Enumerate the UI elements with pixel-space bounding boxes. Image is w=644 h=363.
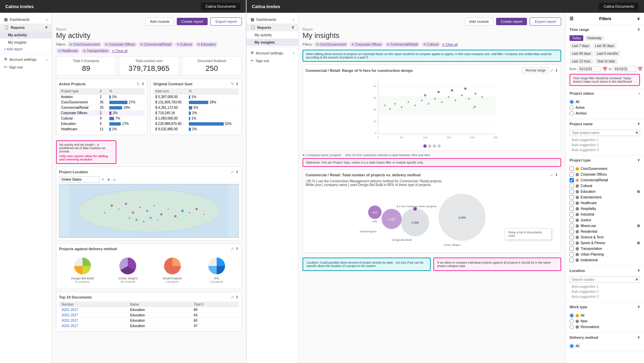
filter-tag-commercial[interactable]: ✕ Commercial/Retail bbox=[138, 42, 173, 47]
filter-type-transportation[interactable]: Transportation bbox=[570, 246, 640, 252]
normal-range-button[interactable]: Normal range bbox=[522, 67, 549, 73]
filter-projectname-header[interactable]: Project name ∨ bbox=[566, 119, 644, 128]
date-to-input[interactable] bbox=[613, 66, 636, 72]
right-clear-all[interactable]: ✕ Clear all bbox=[442, 43, 458, 46]
filter-location-suggestion2[interactable]: Auto-suggestion 2 bbox=[570, 289, 640, 294]
filter-worktype-renovations[interactable]: Renovations bbox=[570, 324, 640, 330]
filter-type-mixeduse[interactable]: Mixed-use ⊞ bbox=[570, 223, 640, 229]
filter-location-header[interactable]: Location ∨ bbox=[566, 266, 644, 275]
filter-type-healthcare[interactable]: Healthcare bbox=[570, 200, 640, 206]
education-grid-icon[interactable]: ⊞ bbox=[637, 189, 640, 194]
right-filter-commercial[interactable]: ✕ Commercial/Retail bbox=[385, 42, 420, 47]
right-filter-corporate[interactable]: ✕ Corporate Offices bbox=[350, 42, 383, 47]
filter-worktype-all[interactable]: All bbox=[570, 313, 640, 318]
map-expand-icon[interactable]: ⤢ bbox=[231, 170, 234, 174]
scatter-dot-1[interactable] bbox=[423, 144, 427, 148]
filter-type-scitech[interactable]: Science & Tech bbox=[570, 234, 640, 240]
scatter-download-icon[interactable]: ⬇ bbox=[555, 68, 558, 73]
filter-tag-corporate[interactable]: ✕ Corporate Offices bbox=[103, 42, 137, 47]
filter-status-all[interactable]: All bbox=[570, 99, 640, 105]
create-report-button[interactable]: Create report bbox=[177, 18, 208, 25]
map-zoom-out-icon[interactable]: − bbox=[113, 177, 116, 182]
filter-yesterday-button[interactable]: Yesterday bbox=[585, 35, 604, 41]
filter-type-sportsfitness[interactable]: Sports & Fitness ⊞ bbox=[570, 240, 640, 246]
filter-projectname-suggestion2[interactable]: Auto-suggestion 2 bbox=[570, 142, 640, 147]
add-module-button[interactable]: Add module bbox=[146, 17, 174, 26]
bubble-download-icon[interactable]: ⬇ bbox=[555, 173, 558, 177]
left-catina-docs-button[interactable]: Catina Documents bbox=[201, 3, 241, 10]
sidebar-item-myactivity[interactable]: My activity bbox=[0, 31, 52, 39]
scatter-dot-2[interactable] bbox=[428, 144, 431, 148]
filter-tag-healthcare[interactable]: ✕ Healthcare bbox=[56, 48, 80, 53]
filter-last12m-button[interactable]: Last 12 mos. bbox=[570, 58, 593, 64]
docs-download-icon[interactable]: ⬇ bbox=[235, 295, 239, 300]
filter-last30-button[interactable]: Last 30 days bbox=[593, 43, 616, 49]
filter-last7-button[interactable]: Last 7 days bbox=[570, 43, 591, 49]
filter-type-institutional[interactable]: Institutional bbox=[570, 257, 640, 263]
right-sidebar-myactivity[interactable]: My activity bbox=[247, 31, 298, 39]
filter-status-active[interactable]: Active bbox=[570, 105, 640, 110]
right-sidebar-reports[interactable]: 📋 Reports ∨ bbox=[247, 24, 298, 31]
map-search-input[interactable] bbox=[59, 176, 99, 183]
sports-grid-icon[interactable]: ⊞ bbox=[637, 241, 640, 245]
filter-type-commercial[interactable]: Commercial/Retail bbox=[570, 177, 640, 183]
right-filter-cultural[interactable]: ✕ Cultural bbox=[421, 42, 440, 47]
filter-status-header[interactable]: Project status › bbox=[566, 89, 644, 98]
filter-type-entertainment[interactable]: Entertainment bbox=[570, 194, 640, 200]
docs-expand-icon[interactable]: ⤢ bbox=[231, 295, 234, 300]
active-projects-edit-icon[interactable]: ✎ bbox=[137, 82, 140, 86]
filter-delivery-header[interactable]: Delivery method ∨ bbox=[566, 333, 644, 342]
sidebar-item-reports[interactable]: 📋 Reports ∨ bbox=[0, 24, 52, 31]
date-from-input[interactable] bbox=[578, 66, 601, 72]
filter-tag-education[interactable]: ✕ Education bbox=[195, 42, 218, 47]
filter-projectname-suggestion3[interactable]: Auto-suggestion 3 bbox=[570, 147, 640, 152]
filter-tag-transportation[interactable]: ✕ Transportation bbox=[81, 48, 110, 53]
add-report-button[interactable]: + Add report bbox=[0, 46, 52, 52]
filter-type-urbanplanning[interactable]: Urban Planning bbox=[570, 252, 640, 257]
filter-type-hospitality[interactable]: Hospitality bbox=[570, 206, 640, 212]
filter-projectname-suggestion1[interactable]: Auto-suggestion 1 bbox=[570, 137, 640, 142]
filter-type-cultural[interactable]: Cultural bbox=[570, 183, 640, 189]
filter-worktype-new[interactable]: New bbox=[570, 318, 640, 324]
filter-type-education[interactable]: Education ⊞ bbox=[570, 189, 640, 194]
filter-location-suggestion3[interactable]: Auto-suggestion 3 bbox=[570, 294, 640, 299]
filter-delivery-all[interactable]: All bbox=[570, 343, 640, 349]
filter-tag-cultural[interactable]: ✕ Cultural bbox=[175, 42, 194, 47]
calendar-from-icon[interactable]: 📅 bbox=[602, 67, 607, 72]
clear-all-button[interactable]: ✕ Clear all bbox=[112, 49, 127, 53]
right-filter-civic[interactable]: ✕ Civic/Government bbox=[314, 42, 348, 47]
sidebar-item-account[interactable]: ⚙ Account settings › bbox=[0, 55, 52, 63]
filter-location-suggestion1[interactable]: Auto-suggestion 1 bbox=[570, 284, 640, 289]
right-sidebar-dashboards[interactable]: ▦ Dashboards ‹ bbox=[247, 15, 298, 24]
delivery-download-icon[interactable]: ⬇ bbox=[235, 246, 239, 251]
map-download-icon[interactable]: ⬇ bbox=[235, 170, 239, 174]
filter-projecttype-header[interactable]: Project type ∨ bbox=[566, 155, 644, 165]
location-search-input[interactable] bbox=[570, 277, 634, 282]
right-sidebar-myinsights[interactable]: My insights bbox=[247, 39, 298, 46]
filter-today-button[interactable]: Today bbox=[570, 35, 583, 41]
filter-last6m-button[interactable]: Last 6 months bbox=[595, 51, 621, 56]
filter-worktype-header[interactable]: Work type ∨ bbox=[566, 302, 644, 311]
right-sign-out-button[interactable]: ↩ Sign out bbox=[247, 57, 298, 64]
scatter-dot-3[interactable] bbox=[433, 144, 436, 148]
contract-sum-download-icon[interactable]: ⬇ bbox=[235, 82, 239, 86]
right-catina-docs-button[interactable]: Catina Documents bbox=[599, 3, 639, 10]
project-name-search-input[interactable] bbox=[570, 130, 634, 136]
filter-status-archive[interactable]: Archive bbox=[570, 110, 640, 116]
filter-type-civic[interactable]: Civic/Government bbox=[570, 166, 640, 172]
active-projects-download-icon[interactable]: ⬇ bbox=[141, 82, 145, 86]
bubble-expand-icon[interactable]: ⤢ bbox=[550, 173, 553, 177]
delivery-expand-icon[interactable]: ⤢ bbox=[231, 246, 234, 251]
filter-type-industrial[interactable]: Industrial bbox=[570, 212, 640, 217]
right-export-report-button[interactable]: Export report bbox=[530, 17, 561, 26]
map-search-clear-icon[interactable]: ✕ bbox=[101, 177, 104, 182]
project-name-clear-icon[interactable]: ✕ bbox=[634, 130, 640, 136]
calendar-to-icon[interactable]: 📅 bbox=[638, 67, 643, 72]
right-add-module-button[interactable]: Add module bbox=[465, 17, 493, 26]
contract-sum-edit-icon[interactable]: ✎ bbox=[231, 82, 234, 86]
map-zoom-in-icon[interactable]: ＋ bbox=[106, 177, 111, 183]
filter-type-corporate[interactable]: Corporate Offices bbox=[570, 172, 640, 177]
sidebar-item-myinsights[interactable]: My insights bbox=[0, 39, 52, 46]
filter-tag-civic[interactable]: ✕ Civic/Government bbox=[67, 42, 102, 47]
location-clear-icon[interactable]: ✕ bbox=[634, 277, 640, 282]
